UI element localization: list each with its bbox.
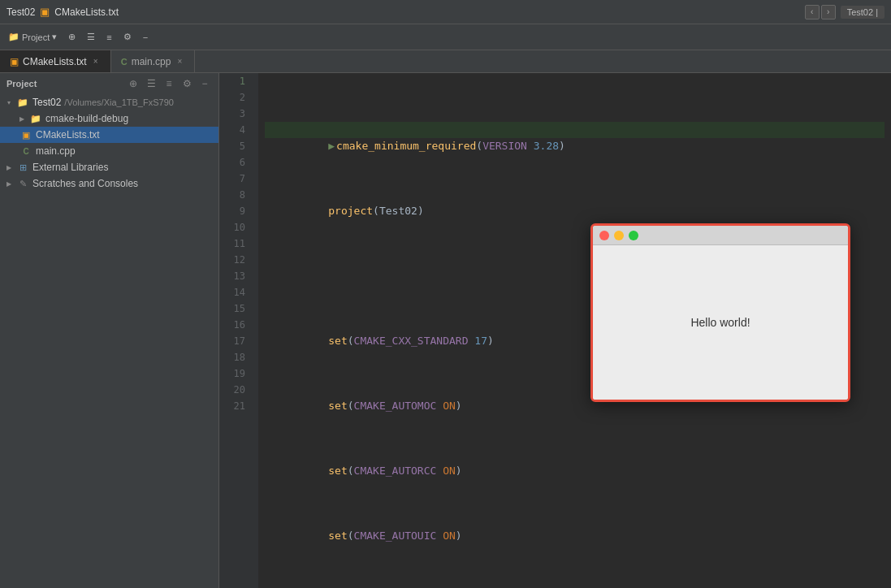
cmakelists-label: CMakeLists.txt <box>36 129 100 141</box>
cmake-file-icon: ▣ <box>19 128 32 141</box>
preview-titlebar <box>593 226 848 245</box>
list-button[interactable]: ☰ <box>82 28 100 47</box>
code-line-1: ▶cmake_minimum_required(VERSION 3.28) <box>265 122 885 138</box>
tree-container: ▾ 📁 Test02 /Volumes/Xia_1TB_FxS790 ▶ 📁 c… <box>0 94 218 588</box>
tree-item-ext-libs[interactable]: ▶ ⊞ External Libraries <box>0 159 218 175</box>
sidebar: Project ⊕ ☰ ≡ ⚙ − ▾ 📁 Test02 /Volumes/Xi… <box>0 73 219 588</box>
cmake-tab-icon: ▣ <box>10 56 19 67</box>
cpp-tab-close[interactable]: × <box>175 57 184 67</box>
preview-content: Hello world! <box>593 245 848 400</box>
list2-icon: ≡ <box>106 32 111 42</box>
settings-button[interactable]: ⚙ <box>119 28 136 47</box>
expand-arrow-cmake-build: ▶ <box>16 113 28 124</box>
code-line-8 <box>265 577 885 588</box>
sidebar-title: Project <box>6 79 37 89</box>
tabs-bar: ▣ CMakeLists.txt × C main.cpp × <box>0 50 891 73</box>
folder-icon: 📁 <box>8 32 19 42</box>
line-num-19: 19 <box>219 365 252 382</box>
maincpp-label: main.cpp <box>36 145 76 157</box>
line-num-16: 16 <box>219 317 252 333</box>
sidebar-list2-btn[interactable]: ≡ <box>162 76 176 91</box>
editor-area[interactable]: 1 2 3 4 5 6 7 8 9 10 11 12 13 14 15 16 1… <box>219 73 891 588</box>
line-num-1: 1 <box>219 73 252 89</box>
lib-icon: ⊞ <box>16 161 29 174</box>
sidebar-header: Project ⊕ ☰ ≡ ⚙ − <box>0 73 218 94</box>
sidebar-add-btn[interactable]: ⊕ <box>126 76 141 91</box>
line-num-15: 15 <box>219 300 252 317</box>
add-icon: ⊕ <box>68 32 76 42</box>
line-num-7: 7 <box>219 171 252 187</box>
ext-libs-label: External Libraries <box>32 162 108 173</box>
line-num-13: 13 <box>219 268 252 284</box>
minimize-btn[interactable] <box>614 231 624 240</box>
line-num-17: 17 <box>219 333 252 349</box>
line-num-12: 12 <box>219 252 252 268</box>
line-num-21: 21 <box>219 398 252 414</box>
line-num-2: 2 <box>219 89 252 106</box>
back-button[interactable]: ‹ <box>805 5 820 19</box>
minus-button[interactable]: − <box>138 28 153 47</box>
line-num-4: 4 <box>219 122 252 138</box>
forward-button[interactable]: › <box>821 5 836 19</box>
line-num-3: 3 <box>219 106 252 122</box>
sidebar-list-btn[interactable]: ☰ <box>144 76 158 91</box>
line-num-10: 10 <box>219 219 252 236</box>
minus-icon: − <box>143 32 148 42</box>
settings-icon: ⚙ <box>123 32 132 42</box>
cmake-build-label: cmake-build-debug <box>45 113 128 124</box>
code-line-2: project(Test02) <box>265 187 885 203</box>
list2-button[interactable]: ≡ <box>102 28 116 47</box>
run-arrow: ▶ <box>328 138 335 154</box>
tree-item-cmake-build[interactable]: ▶ 📁 cmake-build-debug <box>0 110 218 127</box>
close-btn[interactable] <box>599 231 609 240</box>
expand-arrow-root: ▾ <box>3 97 15 108</box>
sidebar-minus-btn[interactable]: − <box>197 76 212 91</box>
line-num-9: 9 <box>219 203 252 219</box>
code-line-6: set(CMAKE_AUTORCC ON) <box>265 447 885 463</box>
line-num-5: 5 <box>219 138 252 154</box>
cmake-tab-close[interactable]: × <box>91 57 101 67</box>
scratches-label: Scratches and Consoles <box>32 178 138 189</box>
toolbar: 📁 Project ▾ ⊕ ☰ ≡ ⚙ − <box>0 24 891 50</box>
app-name: Test02 <box>6 6 35 18</box>
tab-cpp[interactable]: C main.cpp × <box>111 50 196 72</box>
project-dropdown[interactable]: 📁 Project ▾ <box>3 28 62 47</box>
cmake-icon: ▣ <box>40 6 50 18</box>
title-bar: Test02 ▣ CMakeLists.txt ‹ › Test02 | <box>0 0 891 24</box>
line-num-11: 11 <box>219 236 252 252</box>
list-icon: ☰ <box>87 32 95 42</box>
scratch-icon: ✎ <box>16 177 29 190</box>
root-path: /Volumes/Xia_1TB_FxS790 <box>64 97 174 107</box>
project-folder-icon: 📁 <box>16 96 29 109</box>
cpp-tab-icon: C <box>121 57 128 67</box>
cmake-tab-label: CMakeLists.txt <box>23 56 87 67</box>
tree-item-root[interactable]: ▾ 📁 Test02 /Volumes/Xia_1TB_FxS790 <box>0 94 218 110</box>
line-num-20: 20 <box>219 382 252 398</box>
root-label: Test02 <box>32 97 61 108</box>
line-num-18: 18 <box>219 349 252 365</box>
dropdown-arrow: ▾ <box>52 32 57 42</box>
hello-world-text: Hello world! <box>690 316 750 329</box>
expand-arrow-ext-libs: ▶ <box>3 162 15 173</box>
cpp-file-icon: C <box>19 145 32 158</box>
project-label: Project <box>22 32 50 42</box>
cpp-tab-label: main.cpp <box>132 56 171 67</box>
add-button[interactable]: ⊕ <box>63 28 80 47</box>
tree-item-cmakelists[interactable]: ▣ CMakeLists.txt <box>0 127 218 143</box>
tree-item-scratches[interactable]: ▶ ✎ Scratches and Consoles <box>0 175 218 192</box>
line-num-8: 8 <box>219 187 252 203</box>
tree-item-maincpp[interactable]: C main.cpp <box>0 143 218 159</box>
line-numbers: 1 2 3 4 5 6 7 8 9 10 11 12 13 14 15 16 1… <box>219 73 258 588</box>
expand-arrow-scratches: ▶ <box>3 178 15 189</box>
line-num-14: 14 <box>219 284 252 300</box>
tab-cmake[interactable]: ▣ CMakeLists.txt × <box>0 50 111 72</box>
line-num-6: 6 <box>219 154 252 171</box>
preview-window: Hello world! <box>590 223 850 402</box>
maximize-btn[interactable] <box>629 231 638 240</box>
file-title: CMakeLists.txt <box>54 6 119 18</box>
window-label: Test02 | <box>841 6 885 19</box>
cmake-build-folder-icon: 📁 <box>29 112 42 125</box>
sidebar-settings-btn[interactable]: ⚙ <box>179 76 194 91</box>
code-line-7: set(CMAKE_AUTOUIC ON) <box>265 512 885 528</box>
